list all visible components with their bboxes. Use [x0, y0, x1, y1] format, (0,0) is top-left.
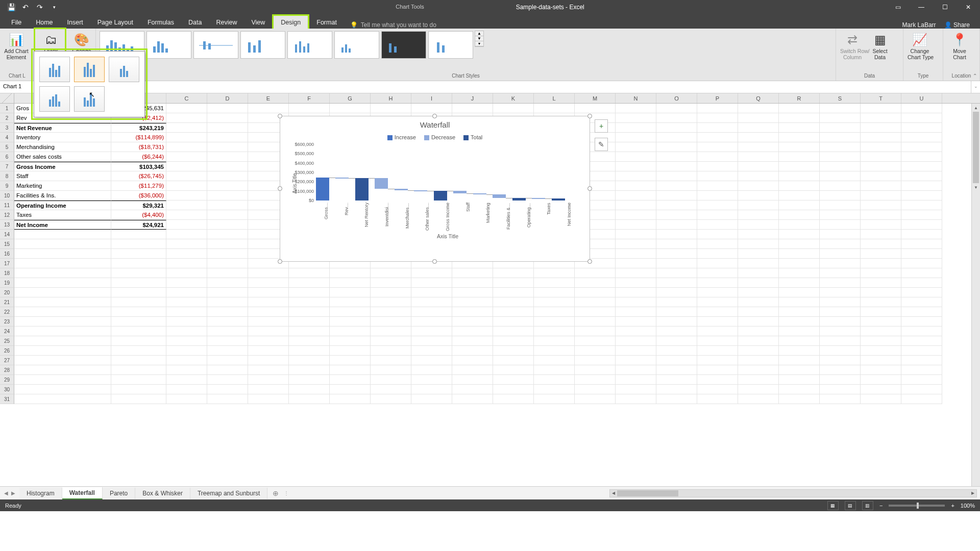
cell[interactable] — [166, 278, 207, 288]
cell[interactable] — [330, 317, 371, 327]
cell[interactable] — [493, 356, 534, 365]
cell[interactable] — [616, 356, 656, 365]
cell[interactable] — [452, 336, 493, 346]
cell[interactable]: ($11,279) — [111, 181, 166, 191]
cell[interactable] — [738, 356, 779, 365]
cell[interactable] — [111, 356, 166, 365]
chart-handle[interactable] — [587, 259, 592, 264]
row-header[interactable]: 23 — [0, 317, 14, 327]
chart-bar[interactable] — [453, 191, 467, 193]
cell[interactable] — [616, 230, 656, 239]
cell[interactable] — [371, 365, 411, 375]
cell[interactable] — [616, 142, 656, 152]
cell[interactable] — [901, 278, 942, 288]
cell[interactable] — [738, 346, 779, 356]
move-chart-button[interactable]: 📍 Move Chart — [946, 31, 973, 61]
cell[interactable]: $29,321 — [111, 201, 166, 210]
chart-bar[interactable] — [473, 193, 486, 194]
cell[interactable] — [820, 123, 861, 133]
cell[interactable] — [779, 181, 820, 191]
waterfall-chart[interactable]: + ✎ Waterfall Increase Decrease Total Ax… — [280, 116, 590, 262]
worksheet-area[interactable]: A B C D E F G H I J K L M N O P Q R S T … — [0, 93, 980, 486]
cell[interactable] — [616, 297, 656, 307]
cell[interactable] — [656, 297, 697, 307]
cell[interactable] — [616, 220, 656, 230]
cell[interactable] — [738, 365, 779, 375]
cell[interactable] — [901, 152, 942, 162]
cell[interactable]: Inventory — [14, 133, 111, 142]
cell[interactable] — [111, 278, 166, 288]
cell[interactable] — [697, 152, 738, 162]
cell[interactable] — [207, 152, 248, 162]
cell[interactable] — [493, 268, 534, 278]
vertical-scrollbar[interactable]: ▲▼ — [971, 104, 980, 486]
cell[interactable] — [330, 297, 371, 307]
cell[interactable] — [411, 104, 452, 113]
cell[interactable] — [697, 210, 738, 220]
row-header[interactable]: 9 — [0, 181, 14, 191]
cell[interactable] — [820, 278, 861, 288]
cell[interactable] — [166, 113, 207, 123]
chart-handle[interactable] — [278, 259, 282, 264]
cell[interactable] — [289, 307, 330, 317]
cell[interactable] — [861, 268, 901, 278]
cell[interactable] — [861, 181, 901, 191]
cell[interactable] — [207, 104, 248, 113]
cell[interactable] — [534, 307, 575, 317]
cell[interactable] — [738, 239, 779, 249]
cell[interactable] — [901, 307, 942, 317]
cell[interactable] — [371, 307, 411, 317]
cell[interactable]: Marketing — [14, 181, 111, 191]
col-header-H[interactable]: H — [371, 93, 411, 103]
sheet-tab-treemap[interactable]: Treemap and Sunburst — [190, 488, 267, 499]
cell[interactable] — [738, 336, 779, 346]
cell[interactable] — [207, 220, 248, 230]
share-button[interactable]: 👤 Share — [944, 21, 970, 29]
cell[interactable] — [779, 288, 820, 297]
cell[interactable] — [207, 210, 248, 220]
cell[interactable] — [166, 356, 207, 365]
cell[interactable] — [779, 171, 820, 181]
cell[interactable]: ($18,731) — [111, 142, 166, 152]
cell[interactable] — [861, 307, 901, 317]
cell[interactable] — [289, 365, 330, 375]
cell[interactable] — [207, 259, 248, 268]
col-header-S[interactable]: S — [820, 93, 861, 103]
row-header[interactable]: 25 — [0, 336, 14, 346]
cell[interactable] — [411, 394, 452, 404]
cell[interactable] — [820, 220, 861, 230]
cell[interactable] — [738, 201, 779, 210]
cell[interactable] — [207, 317, 248, 327]
cell[interactable] — [452, 104, 493, 113]
cell[interactable] — [820, 133, 861, 142]
cell[interactable] — [697, 356, 738, 365]
cell[interactable] — [14, 239, 111, 249]
cell[interactable]: Other sales costs — [14, 152, 111, 162]
cell[interactable] — [575, 394, 616, 404]
page-break-view-icon[interactable]: ▥ — [862, 501, 873, 510]
cell[interactable] — [207, 327, 248, 336]
cell[interactable] — [616, 307, 656, 317]
cell[interactable] — [330, 268, 371, 278]
cell[interactable] — [697, 191, 738, 201]
cell[interactable] — [616, 278, 656, 288]
expand-formula-bar-icon[interactable]: ⌄ — [971, 81, 980, 93]
cell[interactable] — [738, 259, 779, 268]
cell[interactable]: $24,921 — [111, 220, 166, 230]
chart-elements-button[interactable]: + — [595, 119, 608, 133]
cell[interactable] — [616, 327, 656, 336]
cell[interactable] — [207, 191, 248, 201]
cell[interactable] — [779, 191, 820, 201]
cell[interactable] — [697, 239, 738, 249]
col-header-K[interactable]: K — [493, 93, 534, 103]
tab-home[interactable]: Home — [29, 16, 60, 29]
cell[interactable] — [820, 268, 861, 278]
cell[interactable] — [616, 385, 656, 394]
cell[interactable] — [616, 375, 656, 385]
cell[interactable] — [697, 249, 738, 259]
chart-styles-scroll[interactable]: ▲▼▾ — [475, 31, 484, 47]
col-header-L[interactable]: L — [534, 93, 575, 103]
cell[interactable] — [289, 278, 330, 288]
tab-format[interactable]: Format — [309, 16, 344, 29]
zoom-out-icon[interactable]: − — [879, 503, 883, 509]
